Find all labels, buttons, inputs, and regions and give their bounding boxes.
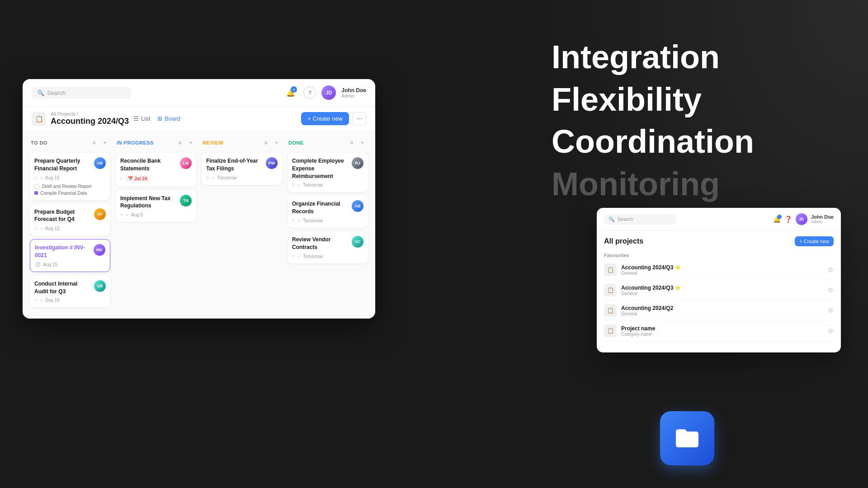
card-avatar: TN [180, 195, 192, 206]
breadcrumb: All Projects / [51, 111, 129, 117]
project-item-name[interactable]: 📋 Project name Category name ⚙ [604, 321, 834, 341]
project-settings-button[interactable]: ⚙ [828, 266, 834, 273]
feature-flexibility: Flexibility [552, 79, 823, 121]
subtask-list: Draft and Review Report Compile Financia… [34, 184, 106, 196]
card-prepare-quarterly[interactable]: Prepare Quarterly Financial Report AB ⑂ … [30, 153, 110, 200]
card-date: Tomorrow [217, 175, 237, 180]
project-settings-button[interactable]: ⚙ [828, 286, 834, 294]
projects-create-button[interactable]: + Create new [795, 236, 834, 246]
notifications-badge: 6 [291, 86, 297, 93]
help-button[interactable]: ? [303, 86, 316, 99]
overdue-date: 📅 Jul 24 [126, 175, 149, 182]
column-todo-header: TO DO ≡ + [30, 136, 110, 149]
project-item-fav1[interactable]: 📋 Accounting 2024/Q3 ⭐ General ⚙ [604, 260, 834, 280]
column-review: REVIEW ≡ + Finalize End-of-Year Tax Fili… [202, 136, 282, 313]
project-item-q2[interactable]: 📋 Accounting 2024/Q2 General ⚙ [604, 300, 834, 321]
card-tax-regulations[interactable]: Implement New Tax Regulations TN ⑂ ○ Aug… [116, 190, 196, 222]
column-inprogress-filter[interactable]: ≡ [175, 138, 184, 147]
project-item-name: Accounting 2024/Q2 [621, 305, 673, 311]
card-expense-reimbursement[interactable]: Complete Employee Expense Reimbursement … [288, 153, 368, 192]
card-avatar: MK [94, 244, 105, 256]
branch-icon: ⑂ [206, 175, 209, 180]
header-right: 🔔 6 ? JD John Doe Admin [283, 85, 366, 100]
more-options-button[interactable]: ⋯ [353, 112, 366, 126]
tab-board-label: Board [165, 115, 180, 122]
card-title: Finalize End-of-Year Tax Filings [206, 157, 266, 173]
board-icon: ⊞ [157, 115, 162, 122]
branch-icon: ⑂ [120, 176, 123, 181]
subtask-item: Compile Financial Data [34, 191, 106, 196]
card-vendor-contracts[interactable]: Review Vendor Contracts VC ⑂ ○ Tomorrow [288, 231, 368, 263]
column-inprogress-actions: ≡ + [175, 138, 195, 147]
list-icon: ☰ [133, 115, 139, 122]
project-item-icon: 📋 [604, 263, 617, 276]
project-item-category: General [621, 271, 680, 276]
column-done-filter[interactable]: ≡ [347, 138, 356, 147]
project-settings-button[interactable]: ⚙ [828, 327, 834, 334]
star-icon: ⭐ [675, 265, 680, 270]
create-new-button[interactable]: + Create new [301, 112, 349, 125]
projects-help-button[interactable]: ❓ [784, 216, 792, 223]
column-todo-add[interactable]: + [100, 138, 109, 147]
projects-title-row: All projects + Create new [597, 231, 841, 249]
card-meta: ⑂ ○ Tomorrow [206, 175, 278, 180]
project-settings-button[interactable]: ⚙ [828, 307, 834, 314]
column-review-header: REVIEW ≡ + [202, 136, 282, 149]
column-todo-filter[interactable]: ≡ [90, 138, 99, 147]
check-icon: ○ [212, 175, 214, 180]
branch-icon: ⑂ [292, 254, 295, 259]
card-date: Sep 15 [45, 298, 60, 303]
column-review-filter[interactable]: ≡ [261, 138, 270, 147]
notifications-button[interactable]: 🔔 6 [283, 85, 298, 100]
project-info: All Projects / Accounting 2024/Q3 [51, 111, 129, 126]
branch-icon: ⑂ [34, 298, 37, 303]
tab-board[interactable]: ⊞ Board [157, 113, 180, 124]
search-icon: 🔍 [37, 89, 44, 96]
card-date: Tomorrow [303, 218, 323, 223]
view-tabs: ☰ List ⊞ Board [133, 113, 180, 124]
star-icon: ⭐ [675, 285, 680, 290]
branch-icon: ⑂ [34, 175, 37, 180]
projects-notifications-button[interactable]: 🔔 [773, 216, 781, 223]
column-inprogress-header: IN PROGRESS ≡ + [116, 136, 196, 149]
user-role: Admin [341, 94, 366, 99]
card-organize-records[interactable]: Organize Financial Records AB ⑂ ○ Tomorr… [288, 196, 368, 228]
card-title: Organize Financial Records [292, 200, 352, 216]
card-investigation[interactable]: Investigation # INV-0021 MK 🕐 Aug 15 [30, 239, 110, 272]
card-title: Reconcile Bank Statements [120, 157, 180, 173]
card-avatar: AB [94, 157, 106, 169]
column-done-actions: ≡ + [347, 138, 367, 147]
column-done-header: DONE ≡ + [288, 136, 368, 149]
search-box[interactable]: 🔍 Search [32, 87, 131, 99]
card-title: Prepare Quarterly Financial Report [34, 157, 94, 173]
card-date: Aug 15 [43, 262, 57, 267]
tab-list-label: List [141, 115, 150, 122]
card-internal-audit[interactable]: Conduct Internal Audit for Q3 SR ⑂ ○ Sep… [30, 276, 110, 308]
column-todo-actions: ≡ + [90, 138, 109, 147]
card-meta: ⑂ ○ Tomorrow [292, 254, 363, 259]
subtask-item: Draft and Review Report [34, 184, 106, 189]
column-inprogress-add[interactable]: + [186, 138, 195, 147]
column-inprogress-title: IN PROGRESS [117, 140, 154, 145]
tab-list[interactable]: ☰ List [133, 113, 150, 124]
card-meta: ⑂ ○ Aug 5 [120, 212, 192, 217]
project-title: Accounting 2024/Q3 [51, 117, 129, 126]
card-reconcile-bank[interactable]: Reconcile Bank Statements LM ⑂ 📅 Jul 24 [116, 153, 196, 187]
user-name: John Doe [341, 87, 366, 94]
column-review-add[interactable]: + [272, 138, 281, 147]
card-tax-filings[interactable]: Finalize End-of-Year Tax Filings PW ⑂ ○ … [202, 153, 282, 185]
column-todo-title: TO DO [31, 140, 47, 145]
calendar-icon: 📅 [128, 176, 133, 181]
column-done-add[interactable]: + [358, 138, 367, 147]
project-item-fav2[interactable]: 📋 Accounting 2024/Q3 ⭐ General ⚙ [604, 280, 834, 300]
projects-search-placeholder: Search [618, 216, 633, 222]
branch-icon: ⑂ [34, 226, 37, 231]
kanban-header: 🔍 Search 🔔 6 ? JD John Doe Admin [23, 79, 375, 107]
clock-icon: 🕐 [35, 262, 40, 267]
projects-body: Favourites 📋 Accounting 2024/Q3 ⭐ Genera… [597, 249, 841, 352]
check-icon: ○ [126, 212, 128, 217]
card-date: Tomorrow [303, 183, 323, 188]
projects-search-box[interactable]: 🔍 Search [604, 214, 676, 225]
card-budget-forecast[interactable]: Prepare Budget Forecast for Q4 CF ⑂ ○ Au… [30, 204, 110, 236]
question-icon: ? [308, 89, 311, 96]
